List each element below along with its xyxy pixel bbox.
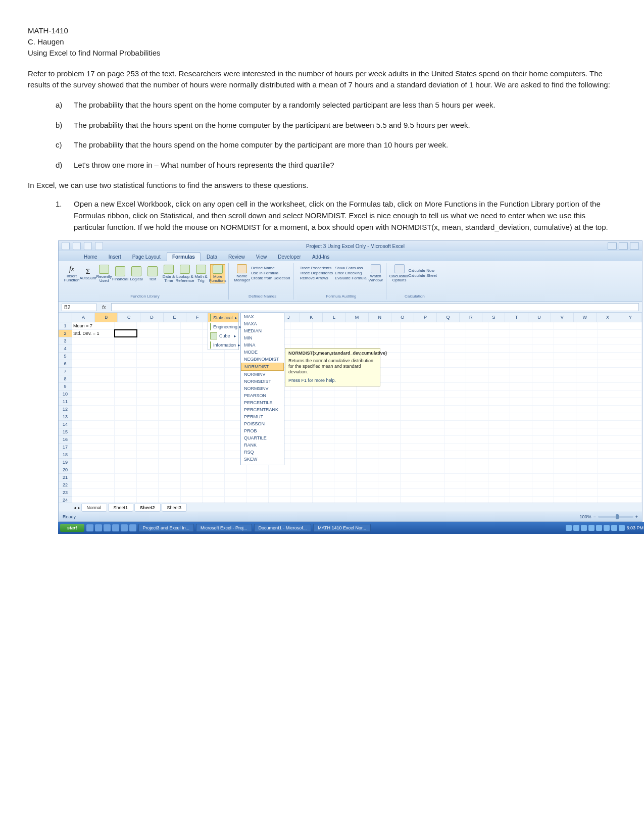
row-header[interactable]: 19	[59, 459, 72, 466]
cell[interactable]	[598, 481, 620, 488]
cell[interactable]	[137, 398, 159, 405]
cell[interactable]	[72, 489, 115, 496]
cell[interactable]	[532, 383, 555, 390]
cell[interactable]	[246, 489, 269, 496]
cell[interactable]	[532, 489, 555, 496]
cell[interactable]	[466, 451, 488, 458]
cell[interactable]	[401, 466, 423, 473]
cell[interactable]	[510, 368, 532, 375]
cell[interactable]	[554, 481, 576, 488]
cell[interactable]	[181, 337, 203, 345]
cell[interactable]	[510, 390, 532, 398]
watch-window-button[interactable]: Watch Window	[369, 264, 383, 282]
cell[interactable]	[203, 459, 225, 466]
undo-icon[interactable]	[84, 242, 92, 250]
cell[interactable]	[115, 459, 137, 466]
cell[interactable]	[357, 459, 379, 466]
cell[interactable]	[203, 444, 225, 451]
cell[interactable]	[290, 398, 313, 405]
cell[interactable]	[554, 489, 576, 496]
cell[interactable]	[115, 444, 137, 451]
cell[interactable]	[313, 474, 335, 481]
cell[interactable]	[576, 322, 599, 329]
cell[interactable]	[422, 360, 444, 367]
cell[interactable]	[444, 481, 467, 488]
cell[interactable]	[137, 337, 159, 345]
cell[interactable]	[422, 406, 444, 413]
cell[interactable]	[181, 390, 203, 398]
function-item[interactable]: MAX	[241, 313, 284, 320]
cell[interactable]	[488, 428, 511, 435]
cell[interactable]	[159, 451, 181, 458]
cell[interactable]	[488, 421, 511, 428]
cell[interactable]	[554, 466, 576, 473]
cell[interactable]	[334, 406, 357, 413]
cell[interactable]	[620, 406, 642, 413]
cell[interactable]	[532, 330, 555, 337]
cell[interactable]	[554, 337, 576, 345]
cell[interactable]	[203, 466, 225, 473]
cell[interactable]	[598, 375, 620, 382]
cell[interactable]	[159, 330, 181, 337]
cell[interactable]	[620, 390, 642, 398]
cell[interactable]	[466, 428, 488, 435]
calculate-sheet-item[interactable]: Calculate Sheet	[409, 273, 437, 278]
cell[interactable]	[401, 390, 423, 398]
cell[interactable]	[422, 337, 444, 345]
cell[interactable]	[620, 428, 642, 435]
cell[interactable]	[576, 360, 599, 367]
cell[interactable]	[313, 398, 335, 405]
cell[interactable]	[488, 481, 511, 488]
row-header[interactable]: 3	[59, 337, 72, 345]
show-formulas-item[interactable]: Show Formulas	[335, 266, 367, 271]
taskbar-item[interactable]: Microsoft Excel - Proj...	[196, 524, 252, 532]
cell[interactable]	[532, 481, 555, 488]
cell[interactable]	[554, 322, 576, 329]
cell[interactable]	[378, 406, 401, 413]
cell[interactable]	[203, 368, 225, 375]
cell[interactable]	[357, 444, 379, 451]
row-header[interactable]: 4	[59, 345, 72, 353]
calculate-now-item[interactable]: Calculate Now	[409, 268, 437, 273]
row-header[interactable]: 21	[59, 474, 72, 481]
tab-review[interactable]: Review	[223, 253, 250, 261]
cell[interactable]	[401, 481, 423, 488]
cell[interactable]	[313, 390, 335, 398]
cell[interactable]	[181, 413, 203, 420]
cell[interactable]	[444, 383, 467, 390]
column-headers[interactable]: ABCDEFGHIJKLMNOPQRSTUVWXY	[72, 313, 642, 322]
cell[interactable]	[334, 436, 357, 443]
cell[interactable]	[203, 398, 225, 405]
taskbar-item[interactable]: MATH 1410 Excel Nor...	[313, 524, 371, 532]
tab-view[interactable]: View	[251, 253, 272, 261]
cell[interactable]	[401, 353, 423, 360]
cell[interactable]	[290, 406, 313, 413]
tray-icon[interactable]	[596, 525, 602, 531]
cell[interactable]	[620, 459, 642, 466]
cell[interactable]	[422, 466, 444, 473]
evaluate-formula-item[interactable]: Evaluate Formula	[335, 276, 367, 281]
cell[interactable]	[598, 322, 620, 329]
cell[interactable]	[181, 353, 203, 360]
cell[interactable]	[159, 390, 181, 398]
cell[interactable]	[334, 459, 357, 466]
cell[interactable]	[115, 489, 137, 496]
cell[interactable]	[115, 345, 137, 352]
cell[interactable]	[488, 390, 511, 398]
cell[interactable]	[246, 474, 269, 481]
function-item[interactable]: NEGBINOMDIST	[241, 356, 284, 363]
sheet-tab-sheet2[interactable]: Sheet2	[134, 504, 161, 512]
cell[interactable]	[510, 330, 532, 337]
cell[interactable]	[422, 413, 444, 420]
function-item[interactable]: NORMSINV	[241, 385, 284, 392]
cell[interactable]	[620, 481, 642, 488]
cell[interactable]	[532, 398, 555, 405]
cell[interactable]	[290, 451, 313, 458]
cell[interactable]	[510, 353, 532, 360]
cell[interactable]	[422, 345, 444, 352]
cell[interactable]	[401, 436, 423, 443]
column-header[interactable]: V	[551, 313, 574, 322]
cell[interactable]	[422, 330, 444, 337]
cell[interactable]	[444, 451, 467, 458]
cell[interactable]	[137, 474, 159, 481]
